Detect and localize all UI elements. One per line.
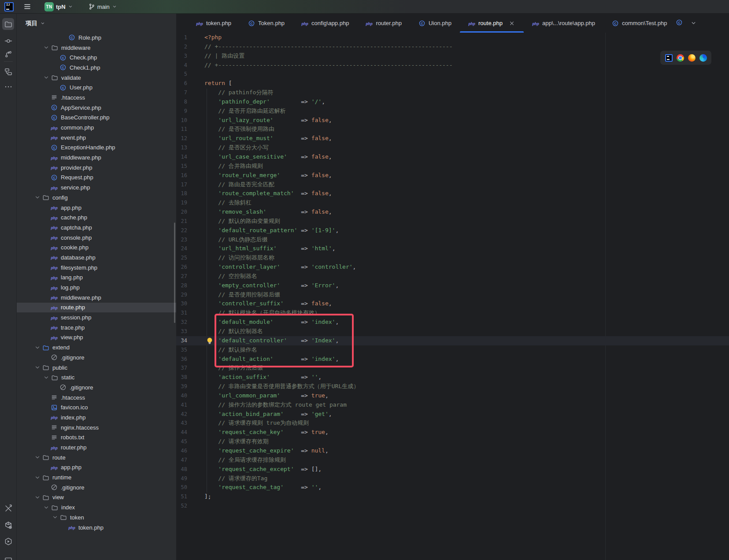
line-number[interactable]: 4 [176, 61, 204, 70]
line-number[interactable]: 25 [176, 253, 204, 263]
line-number[interactable]: 43 [176, 419, 204, 428]
line-number[interactable]: 38 [176, 373, 204, 382]
tree-item-runtime[interactable]: runtime [17, 472, 176, 482]
code-line-30[interactable]: 30 'controller_suffix' => false, [176, 299, 729, 308]
tool-window-button-more-tool-windows[interactable] [2, 81, 14, 93]
code-line-3[interactable]: 3// | 路由设置 [176, 52, 729, 61]
tree-item-view[interactable]: view [17, 493, 176, 503]
tree-item-public[interactable]: public [17, 363, 176, 373]
tree-item-static[interactable]: static [17, 372, 176, 382]
line-number[interactable]: 21 [176, 217, 204, 226]
code-line-15[interactable]: 15 // 合并路由规则 [176, 162, 729, 171]
line-number[interactable]: 13 [176, 143, 204, 152]
line-number[interactable]: 15 [176, 162, 204, 171]
tree-item-log-php[interactable]: phplog.php [17, 282, 176, 293]
tree-item-service-php[interactable]: phpservice.php [17, 182, 176, 193]
tree-item-router-php[interactable]: phprouter.php [17, 442, 176, 452]
intellij-browser-icon[interactable] [665, 54, 673, 62]
tree-item-route[interactable]: route [17, 452, 176, 463]
line-number[interactable]: 48 [176, 465, 204, 474]
line-number[interactable]: 36 [176, 355, 204, 364]
close-icon[interactable] [508, 20, 515, 27]
tree-item-appservice-php[interactable]: CAppService.php [17, 103, 176, 113]
code-line-23[interactable]: 23 // URL伪静态后缀 [176, 235, 729, 245]
tree-item-captcha-php[interactable]: phpcaptcha.php [17, 223, 176, 233]
line-number[interactable]: 51 [176, 492, 204, 501]
line-number[interactable]: 3 [176, 52, 204, 61]
tree-item-index-php[interactable]: phpindex.php [17, 412, 176, 423]
code-line-38[interactable]: 38 'action_suffix' => '', [176, 373, 729, 382]
line-number[interactable]: 12 [176, 134, 204, 143]
chevron-down-icon[interactable] [43, 44, 50, 51]
tree-item-cookie-php[interactable]: phpcookie.php [17, 242, 176, 252]
chevron-down-icon[interactable] [52, 514, 59, 521]
line-number[interactable]: 28 [176, 281, 204, 290]
code-line-25[interactable]: 25 // 访问控制器层名称 [176, 253, 729, 263]
main-menu-button[interactable] [20, 1, 35, 12]
edge-browser-icon[interactable] [699, 54, 707, 62]
code-line-29[interactable]: 29 // 是否使用控制器后缀 [176, 290, 729, 300]
code-line-7[interactable]: 7 // pathinfo分隔符 [176, 88, 729, 97]
tree-item-token[interactable]: token [17, 512, 176, 523]
tab-route-php[interactable]: phproute.php [460, 14, 524, 33]
line-number[interactable]: 31 [176, 308, 204, 318]
code-line-28[interactable]: 28 'empty_controller' => 'Error', [176, 281, 729, 290]
tree-item--htaccess[interactable]: .htaccess [17, 93, 176, 103]
line-number[interactable]: 41 [176, 401, 204, 410]
code-line-43[interactable]: 43 // 请求缓存规则 true为自动规则 [176, 419, 729, 428]
tree-item-database-php[interactable]: phpdatabase.php [17, 252, 176, 263]
hidden-tabs-chevron-icon[interactable] [690, 20, 697, 26]
code-line-1[interactable]: 1<?php [176, 33, 729, 42]
project-widget[interactable]: TN tpN [43, 1, 75, 12]
tree-item-event-php[interactable]: phpevent.php [17, 133, 176, 143]
line-number[interactable]: 46 [176, 446, 204, 456]
chrome-browser-icon[interactable] [677, 54, 684, 62]
project-tree-scrollbar[interactable] [174, 223, 175, 323]
tree-item--gitignore[interactable]: .gitignore [17, 382, 176, 393]
line-number[interactable]: 24 [176, 244, 204, 253]
tool-window-button-commit[interactable] [2, 35, 14, 47]
line-number[interactable]: 29 [176, 290, 204, 300]
tool-window-button-project[interactable] [2, 18, 14, 30]
line-number[interactable]: 7 [176, 88, 204, 97]
code-line-16[interactable]: 16 'route_rule_merge' => false, [176, 171, 729, 180]
line-number[interactable]: 49 [176, 474, 204, 483]
line-number[interactable]: 22 [176, 226, 204, 235]
tab-token-php[interactable]: CToken.php [240, 14, 293, 33]
chevron-down-icon[interactable] [34, 474, 41, 481]
tree-item-trace-php[interactable]: phptrace.php [17, 323, 176, 333]
line-number[interactable]: 9 [176, 107, 204, 116]
tree-item-session-php[interactable]: phpsession.php [17, 312, 176, 323]
tree-item-config[interactable]: config [17, 193, 176, 203]
code-line-24[interactable]: 24 'url_html_suffix' => 'html', [176, 244, 729, 253]
code-line-27[interactable]: 27 // 空控制器名 [176, 272, 729, 281]
line-number[interactable]: 26 [176, 263, 204, 272]
tab-app-route-app-php[interactable]: phpapp\...\route\app.php [524, 14, 603, 33]
tree-item-app-php[interactable]: phpapp.php [17, 203, 176, 213]
chevron-down-icon[interactable] [34, 494, 41, 501]
code-line-9[interactable]: 9 // 是否开启路由延迟解析 [176, 107, 729, 116]
code-line-42[interactable]: 42 'action_bind_param' => 'get', [176, 410, 729, 419]
tab-token-php[interactable]: phptoken.php [188, 14, 240, 33]
tree-item-nginx-htaccess[interactable]: nginx.htaccess [17, 423, 176, 433]
tree-item-exceptionhandle-php[interactable]: CExceptionHandle.php [17, 143, 176, 153]
code-line-6[interactable]: 6return [ [176, 79, 729, 88]
line-number[interactable]: 42 [176, 410, 204, 419]
tree-item-provider-php[interactable]: phpprovider.php [17, 163, 176, 173]
tree-item--gitignore[interactable]: .gitignore [17, 352, 176, 363]
line-number[interactable]: 19 [176, 198, 204, 208]
tool-window-button-run-anything[interactable] [2, 535, 14, 547]
chevron-down-icon[interactable] [34, 364, 41, 371]
line-number[interactable]: 32 [176, 318, 204, 327]
code-line-39[interactable]: 39 // 非路由变量是否使用普通参数方式（用于URL生成） [176, 382, 729, 391]
code-line-21[interactable]: 21 // 默认的路由变量规则 [176, 217, 729, 226]
code-line-8[interactable]: 8 'pathinfo_depr' => '/', [176, 97, 729, 107]
tool-window-button-terminal[interactable] [2, 555, 14, 560]
line-number[interactable]: 27 [176, 272, 204, 281]
line-number[interactable]: 5 [176, 70, 204, 79]
line-number[interactable]: 1 [176, 33, 204, 42]
tree-item-robots-txt[interactable]: robots.txt [17, 433, 176, 443]
code-line-51[interactable]: 51]; [176, 492, 729, 501]
tree-item-role-php[interactable]: CRole.php [17, 33, 176, 43]
code-line-19[interactable]: 19 // 去除斜杠 [176, 198, 729, 208]
